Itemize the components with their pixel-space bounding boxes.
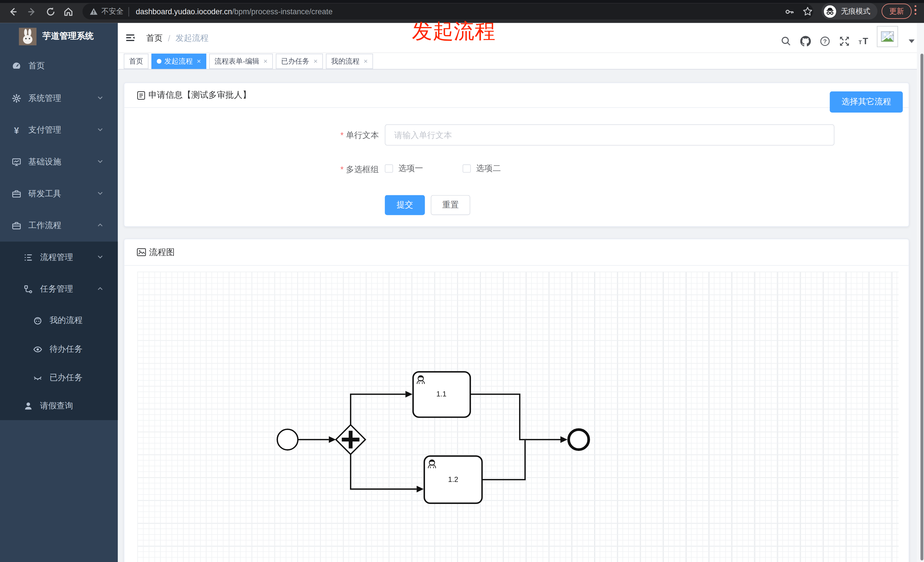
url-host[interactable]: dashboard.yudao.iocoder.cn — [136, 7, 232, 16]
task-label: 1.2 — [448, 475, 458, 483]
tags-view-bar: 首页 发起流程× 流程表单-编辑× 已办任务× 我的流程× — [118, 53, 924, 69]
flow-link-icon — [24, 285, 33, 294]
required-mark: * — [340, 165, 344, 174]
sidebar-item-label: 基础设施 — [28, 157, 61, 167]
sidebar-item-label: 支付管理 — [28, 125, 61, 135]
top-navbar: 首页 / 发起流程 ? TT — [118, 23, 924, 53]
close-icon[interactable]: × — [364, 58, 368, 65]
page-scrollbar-thumb[interactable] — [921, 54, 923, 560]
password-key-icon[interactable] — [785, 7, 794, 16]
home-icon[interactable] — [63, 6, 74, 17]
flow-task2-end — [482, 440, 525, 480]
page-scrollbar-track[interactable] — [917, 23, 924, 562]
user-icon — [24, 401, 33, 411]
chevron-up-icon — [97, 285, 104, 294]
tab-done-tasks[interactable]: 已办任务× — [276, 54, 323, 69]
security-label[interactable]: 不安全 — [102, 6, 124, 16]
svg-text:?: ? — [823, 38, 827, 45]
user-task-1-2[interactable]: 1.2 — [424, 456, 482, 503]
user-avatar[interactable] — [877, 26, 898, 47]
fullscreen-icon[interactable] — [839, 36, 850, 46]
breadcrumb-separator: / — [168, 34, 170, 43]
github-icon[interactable] — [800, 36, 811, 46]
chevron-down-icon — [97, 94, 104, 103]
chevron-down-icon — [97, 189, 104, 199]
sidebar-item-task-mgmt[interactable]: 任务管理 — [0, 273, 118, 305]
chevron-down-icon — [97, 253, 104, 262]
checkbox-option-2[interactable] — [463, 165, 471, 173]
url-separator — [128, 7, 129, 16]
sidebar-item-leave-query[interactable]: 请假查询 — [0, 392, 118, 420]
sidebar-item-label: 流程管理 — [40, 252, 73, 263]
sidebar-item-workflow[interactable]: 工作流程 — [0, 210, 118, 242]
bpmn-canvas[interactable]: 1.1 1.2 — [137, 271, 898, 562]
gear-icon — [12, 94, 21, 103]
sidebar: 芋道管理系统 首页 系统管理 ¥ 支付管理 基础设施 — [0, 23, 118, 562]
checkbox-option-1[interactable] — [385, 165, 393, 173]
sidebar-item-label: 任务管理 — [40, 284, 73, 295]
close-icon[interactable]: × — [263, 58, 268, 65]
sidebar-item-process-mgmt[interactable]: 流程管理 — [0, 242, 118, 274]
caret-down-icon[interactable] — [909, 40, 915, 43]
sidebar-item-system[interactable]: 系统管理 — [0, 82, 118, 114]
checkbox-option-2-label[interactable]: 选项二 — [476, 163, 501, 174]
flow-card-title: 流程图 — [149, 247, 175, 258]
not-secure-warning-icon — [90, 8, 98, 15]
reset-button[interactable]: 重置 — [430, 195, 470, 215]
sidebar-item-infrastructure[interactable]: 基础设施 — [0, 146, 118, 178]
tab-form-edit[interactable]: 流程表单-编辑× — [209, 54, 273, 69]
user-task-1-1[interactable]: 1.1 — [413, 372, 470, 417]
parallel-gateway[interactable] — [336, 425, 365, 454]
sidebar-item-label: 请假查询 — [40, 401, 73, 411]
chevron-down-icon — [97, 157, 104, 167]
text-field-label: *单行文本 — [225, 130, 379, 141]
single-line-text-input[interactable] — [385, 124, 834, 145]
eye-closed-icon — [33, 373, 42, 382]
start-event[interactable] — [278, 429, 298, 450]
forward-icon[interactable] — [27, 6, 37, 17]
toolbox-icon — [12, 221, 21, 230]
search-icon[interactable] — [781, 36, 792, 46]
url-path[interactable]: /bpm/process-instance/create — [232, 7, 333, 16]
apply-info-title: 申请信息【测试多审批人】 — [148, 90, 251, 100]
bpmn-diagram: 1.1 1.2 — [137, 271, 898, 562]
sidebar-logo[interactable]: 芋道管理系统 — [0, 23, 118, 49]
svg-text:T: T — [858, 39, 862, 45]
sidebar-item-todo-tasks[interactable]: 待办任务 — [0, 335, 118, 363]
tab-create-process[interactable]: 发起流程× — [152, 54, 206, 69]
flow-card-header: 流程图 — [124, 239, 909, 265]
font-size-icon[interactable]: TT — [858, 36, 871, 46]
sidebar-item-done-tasks[interactable]: 已办任务 — [0, 364, 118, 392]
apply-info-card: 申请信息【测试多审批人】 选择其它流程 *单行文本 *多选框组 选项一 选项二 … — [124, 82, 909, 227]
help-icon[interactable]: ? — [820, 36, 830, 46]
bookmark-star-icon[interactable] — [802, 6, 813, 16]
sidebar-item-home[interactable]: 首页 — [0, 49, 118, 82]
sidebar-item-label: 研发工具 — [28, 189, 61, 199]
browser-update-button[interactable]: 更新 — [882, 3, 912, 19]
select-other-process-button[interactable]: 选择其它流程 — [830, 91, 903, 112]
sidebar-item-label: 待办任务 — [50, 344, 82, 355]
sidebar-item-payment[interactable]: ¥ 支付管理 — [0, 114, 118, 146]
reload-icon[interactable] — [45, 6, 56, 17]
hamburger-icon[interactable] — [123, 31, 137, 45]
tab-home[interactable]: 首页 — [124, 54, 148, 69]
close-icon[interactable]: × — [197, 58, 201, 65]
tab-my-process[interactable]: 我的流程× — [326, 54, 373, 69]
close-icon[interactable]: × — [314, 58, 318, 65]
incognito-badge: 无痕模式 — [821, 3, 877, 19]
face-icon — [33, 315, 42, 325]
end-event[interactable] — [568, 430, 588, 450]
breadcrumb-home[interactable]: 首页 — [146, 33, 163, 43]
annotation-text: 发起流程 — [412, 18, 496, 45]
browser-menu-icon[interactable] — [915, 5, 917, 15]
workflow-submenu: 流程管理 任务管理 我的流程 待办任务 已办 — [0, 242, 118, 420]
chevron-up-icon — [97, 221, 104, 230]
back-icon[interactable] — [8, 6, 18, 17]
yen-icon: ¥ — [12, 125, 21, 135]
sidebar-item-my-process[interactable]: 我的流程 — [0, 305, 118, 335]
checkbox-option-1-label[interactable]: 选项一 — [399, 163, 423, 174]
sidebar-item-devtools[interactable]: 研发工具 — [0, 178, 118, 210]
incognito-icon — [824, 5, 836, 17]
submit-button[interactable]: 提交 — [385, 195, 425, 215]
url-bar[interactable]: 不安全 dashboard.yudao.iocoder.cn /bpm/proc… — [82, 3, 813, 19]
